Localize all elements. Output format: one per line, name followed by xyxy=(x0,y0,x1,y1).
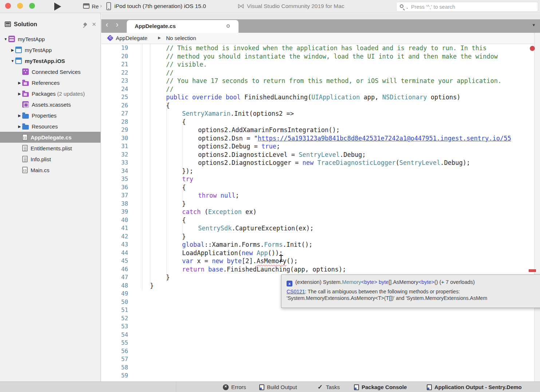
chevron-expanded-icon[interactable]: ▼ xyxy=(3,37,8,41)
zoom-window-button[interactable] xyxy=(29,3,35,9)
chevron-collapsed-icon[interactable]: ▶ xyxy=(17,114,22,118)
configuration-selector[interactable]: Re xyxy=(92,3,99,9)
extension-method-icon: x xyxy=(287,281,292,286)
app-title: Visual Studio Community 2019 for Mac xyxy=(247,3,344,9)
code-line-30[interactable]: options2.Dsn = "https://5a193123a9b841bc… xyxy=(101,134,534,143)
code-line-20[interactable]: // method you should instantiate the win… xyxy=(101,52,534,61)
sidebar-item-entitlements-plist[interactable]: Entitlements.plist xyxy=(0,143,100,154)
close-pad-icon[interactable]: ✕ xyxy=(92,21,96,28)
statusbar-item-tasks[interactable]: Tasks xyxy=(318,382,340,392)
sidebar-item-label: AppDelegate.cs xyxy=(31,134,72,140)
sidebar-item-label: myTestApp.iOS xyxy=(25,58,65,64)
code-line-28[interactable]: { xyxy=(101,118,534,126)
code-line-37[interactable]: throw null; xyxy=(101,191,534,200)
tooltip-error-text: CS0121: The call is ambiguous between th… xyxy=(287,289,487,301)
code-line-19[interactable]: // This method is invoked when the appli… xyxy=(101,44,534,52)
statusbar-item-errors[interactable]: Errors xyxy=(223,382,246,392)
device-selector[interactable]: iPod touch (7th generation) iOS 15.0 xyxy=(114,3,206,9)
code-line-32[interactable]: options2.DiagnosticLevel = SentryLevel.D… xyxy=(101,151,534,159)
sidebar-item-label: Resources xyxy=(32,123,58,130)
sidebar-item-references[interactable]: ▶References xyxy=(0,77,100,88)
tab-appdelegate[interactable]: AppDelegate.cs xyxy=(127,20,239,33)
folder-blue-icon xyxy=(22,114,29,119)
tab-bar: ‹ › AppDelegate.cs ▾ xyxy=(101,19,540,33)
run-button[interactable] xyxy=(54,3,61,11)
breadcrumb-selection[interactable]: No selection xyxy=(166,35,196,41)
chevron-collapsed-icon[interactable]: ▶ xyxy=(17,81,22,85)
pin-icon[interactable] xyxy=(83,23,88,28)
chevron-collapsed-icon[interactable]: ▶ xyxy=(10,48,15,52)
global-search-field[interactable]: ⌄ xyxy=(396,2,538,12)
code-line-22[interactable]: // xyxy=(101,69,534,77)
code-line-45[interactable]: var x = new byte[2].AsMemory(); xyxy=(101,257,534,265)
code-line-27[interactable]: SentryXamarin.Init(options2 => xyxy=(101,110,534,118)
sidebar-item-properties[interactable]: ▶Properties xyxy=(0,110,100,121)
search-icon xyxy=(400,4,403,8)
sidebar-item-resources[interactable]: ▶Resources xyxy=(0,121,100,132)
plist-icon xyxy=(22,156,28,162)
line-number: 51 xyxy=(101,306,128,314)
sidebar-item-appdelegate-cs[interactable]: AppDelegate.cs xyxy=(0,132,100,143)
chevron-collapsed-icon[interactable]: ▶ xyxy=(17,124,22,128)
code-line-41[interactable]: SentrySdk.CaptureException(ex); xyxy=(101,224,534,233)
sidebar-item-mytestapp[interactable]: ▼myTestApp xyxy=(0,33,100,44)
code-line-35[interactable]: try xyxy=(101,175,534,183)
code-line-42[interactable]: } xyxy=(101,233,534,241)
solution-tree: ▼myTestApp▶myTestApp▼myTestApp.iOSConnec… xyxy=(0,33,100,175)
code-line-34[interactable]: }); xyxy=(101,167,534,175)
text-cursor-pointer xyxy=(279,255,283,262)
sidebar-item-connected-services[interactable]: Connected Services xyxy=(0,66,100,77)
sidebar-item-mytestapp[interactable]: ▶myTestApp xyxy=(0,44,100,55)
sidebar-item-main-cs[interactable]: Main.cs xyxy=(0,165,100,175)
tab-overflow-icon[interactable]: ▾ xyxy=(532,22,535,28)
search-input[interactable] xyxy=(411,2,531,11)
code-line-21[interactable]: // visible. xyxy=(101,60,534,69)
editor-scrollbar[interactable] xyxy=(534,33,540,381)
code-line-31[interactable]: options2.Debug = true; xyxy=(101,142,534,151)
statusbar-item-build-output[interactable]: Build Output xyxy=(259,382,297,392)
sidebar-item-info-plist[interactable]: Info.plist xyxy=(0,154,100,165)
minimize-window-button[interactable] xyxy=(17,3,23,9)
sidebar-item-label: Properties xyxy=(32,112,56,119)
chevron-expanded-icon[interactable]: ▼ xyxy=(10,59,15,63)
solution-pad-icon xyxy=(5,21,11,27)
code-line-25[interactable]: public override bool FinishedLaunching(U… xyxy=(101,93,534,102)
sidebar-item-assets-xcassets[interactable]: Assets.xcassets xyxy=(0,99,100,110)
error-message-line2: 'System.MemoryExtensions.AsMemory<T>(T[]… xyxy=(287,295,487,301)
solution-pad-header: Solution ✕ xyxy=(0,20,100,31)
code-line-29[interactable]: options2.AddXamarinFormsIntegration(); xyxy=(101,126,534,134)
configuration-icon xyxy=(83,3,90,9)
plist-icon xyxy=(22,145,28,151)
navigate-forward-icon[interactable]: › xyxy=(116,20,118,29)
statusbar-item-label: Application Output - Sentry.Demo xyxy=(434,384,522,390)
code-line-23[interactable]: // You have 17 seconds to return from th… xyxy=(101,77,534,85)
code-line-46[interactable]: return base.FinishedLaunching(app, optio… xyxy=(101,265,534,274)
code-line-43[interactable]: global::Xamarin.Forms.Forms.Init(); xyxy=(101,241,534,249)
check-icon xyxy=(318,384,323,390)
close-window-button[interactable] xyxy=(5,3,11,9)
code-line-38[interactable]: } xyxy=(101,200,534,208)
csfile-icon xyxy=(22,134,28,140)
sidebar-item-mytestapp-ios[interactable]: ▼myTestApp.iOS xyxy=(0,55,100,66)
code-editor[interactable]: 19// This method is invoked when the app… xyxy=(101,44,534,381)
statusbar-item-label: Tasks xyxy=(326,384,340,390)
sidebar-item-packages[interactable]: ▶Packages (2 updates) xyxy=(0,88,100,99)
code-line-33[interactable]: options2.DiagnosticLogger = new TraceDia… xyxy=(101,159,534,167)
code-line-24[interactable]: // xyxy=(101,85,534,94)
breadcrumb-class[interactable]: AppDelegate xyxy=(116,35,147,41)
code-line-39[interactable]: catch (Exception ex) xyxy=(101,208,534,216)
navigate-back-icon[interactable]: ‹ xyxy=(106,20,108,29)
status-bar: ErrorsBuild OutputTasksPackage ConsoleAp… xyxy=(0,381,540,392)
statusbar-item-package-console[interactable]: Package Console xyxy=(354,382,407,392)
code-line-40[interactable]: { xyxy=(101,216,534,225)
tabstrip-spacer xyxy=(101,13,540,19)
code-line-44[interactable]: LoadApplication(new App()); xyxy=(101,249,534,257)
csfile-icon xyxy=(22,167,28,173)
statusbar-item-application-output-sentry-demo[interactable]: Application Output - Sentry.Demo xyxy=(427,382,522,392)
code-line-26[interactable]: { xyxy=(101,102,534,110)
code-line-36[interactable]: { xyxy=(101,183,534,192)
error-code-link[interactable]: CS0121 xyxy=(287,289,305,294)
chevron-collapsed-icon[interactable]: ▶ xyxy=(17,92,22,96)
error-tooltip: x(extension) System.Memory<byte> byte[].… xyxy=(281,274,540,308)
error-marker-line xyxy=(529,269,536,272)
